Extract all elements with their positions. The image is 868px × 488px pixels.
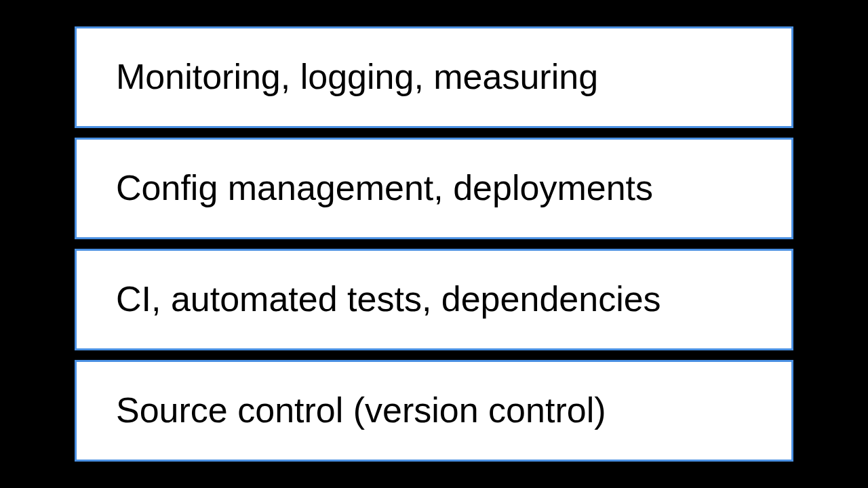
layer-label: CI, automated tests, dependencies [116, 280, 661, 319]
layer-box-config: Config management, deployments [75, 138, 793, 239]
layer-label: Source control (version control) [116, 391, 606, 430]
layer-label: Config management, deployments [116, 169, 653, 207]
layer-label: Monitoring, logging, measuring [116, 58, 598, 96]
layer-box-ci: CI, automated tests, dependencies [75, 249, 793, 350]
layer-box-monitoring: Monitoring, logging, measuring [75, 26, 793, 128]
layer-box-source-control: Source control (version control) [75, 360, 793, 462]
